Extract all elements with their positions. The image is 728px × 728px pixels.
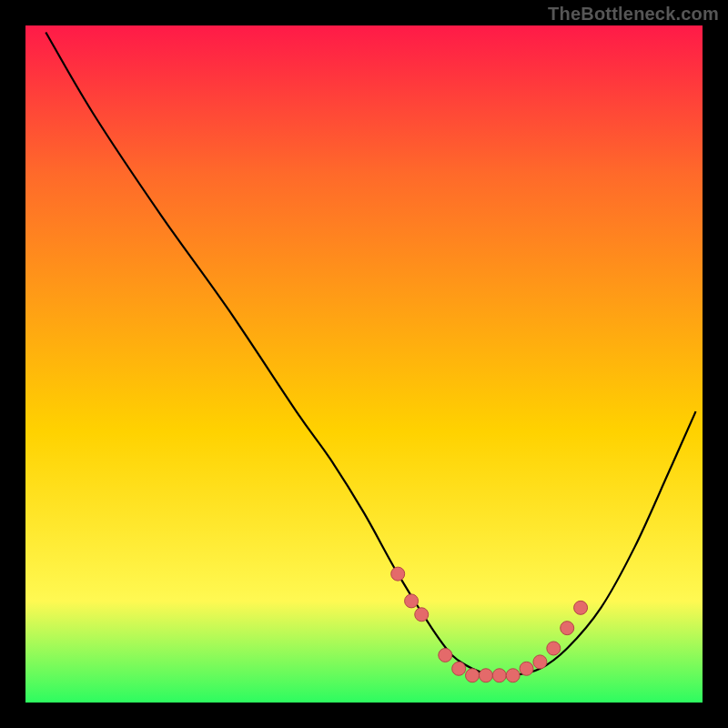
watermark-label: TheBottleneck.com (548, 4, 719, 25)
curve-marker-dot (506, 669, 520, 682)
curve-marker-dot (520, 662, 533, 675)
curve-marker-dot (439, 648, 452, 662)
curve-marker-dot (492, 669, 506, 682)
curve-marker-dot (574, 601, 588, 614)
gradient-background (25, 25, 703, 703)
curve-marker-dot (533, 655, 547, 669)
curve-marker-dot (391, 567, 405, 581)
curve-marker-dot (452, 662, 466, 675)
curve-marker-dot (561, 622, 574, 635)
curve-marker-dot (547, 642, 561, 655)
curve-marker-dot (479, 669, 492, 682)
chart-frame (25, 25, 703, 703)
curve-marker-dot (415, 608, 429, 622)
curve-marker-dot (405, 594, 419, 608)
curve-marker-dot (466, 669, 480, 682)
bottleneck-chart (25, 25, 703, 703)
